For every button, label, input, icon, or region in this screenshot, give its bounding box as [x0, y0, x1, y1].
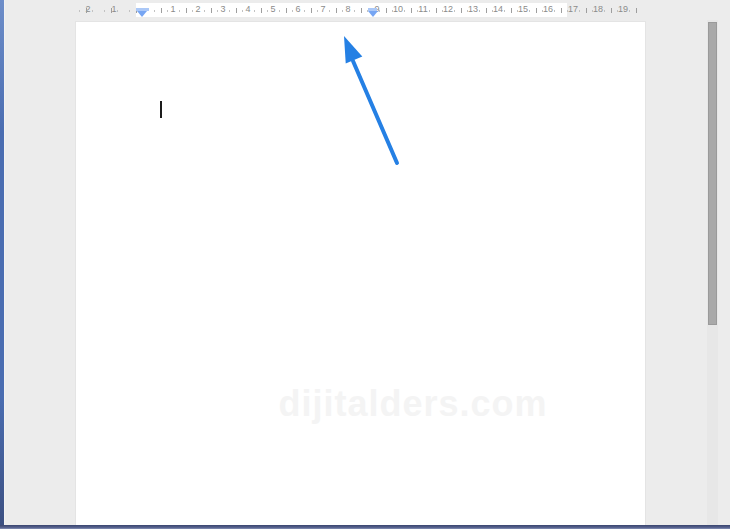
ruler-tick	[236, 8, 237, 13]
ruler-dot	[454, 10, 455, 12]
ruler-dot	[417, 10, 418, 12]
ruler-tick	[361, 8, 362, 13]
ruler-dot	[442, 10, 443, 12]
document-page[interactable]: dijitalders.com	[75, 21, 646, 525]
ruler-dot	[567, 10, 568, 12]
ruler-dot	[79, 10, 80, 12]
ruler-number: 6	[291, 4, 305, 14]
ruler-tick	[261, 8, 262, 13]
ruler-dot	[629, 10, 630, 12]
ruler-tick	[611, 8, 612, 13]
ruler-dot	[254, 10, 255, 12]
ruler-number: 17	[566, 4, 580, 14]
ruler-dot	[404, 10, 405, 12]
window-left-edge	[0, 0, 5, 529]
ruler-tick	[186, 8, 187, 13]
ruler-dot	[129, 10, 130, 12]
ruler-number: 18	[591, 4, 605, 14]
ruler-tick	[486, 8, 487, 13]
ruler-dot	[492, 10, 493, 12]
vertical-scrollbar-thumb[interactable]	[708, 22, 717, 325]
ruler-dot	[167, 10, 168, 12]
text-cursor-caret	[160, 101, 162, 118]
left-indent-marker[interactable]	[137, 11, 147, 17]
ruler-number: 19	[616, 4, 630, 14]
ruler-dot	[104, 10, 105, 12]
ruler-dot	[604, 10, 605, 12]
ruler-number: 13	[466, 4, 480, 14]
ruler-number: 7	[316, 4, 330, 14]
ruler-tick	[536, 8, 537, 13]
ruler-dot	[229, 10, 230, 12]
watermark-text: dijitalders.com	[278, 383, 547, 425]
ruler-dot	[292, 10, 293, 12]
ruler-dot	[117, 10, 118, 12]
ruler-tick	[636, 8, 637, 13]
ruler-tick	[386, 8, 387, 13]
ruler-tick	[436, 8, 437, 13]
ruler-tick	[161, 8, 162, 13]
ruler-tick	[311, 8, 312, 13]
ruler[interactable]: 2112345678910111213141516171819	[0, 0, 730, 20]
ruler-dot	[304, 10, 305, 12]
ruler-dot	[342, 10, 343, 12]
ruler-dot	[92, 10, 93, 12]
ruler-dot	[204, 10, 205, 12]
ruler-tick	[461, 8, 462, 13]
window-bottom-edge	[0, 525, 730, 529]
ruler-dot	[154, 10, 155, 12]
ruler-number: 10	[391, 4, 405, 14]
ruler-number: 1	[166, 4, 180, 14]
ruler-dot	[429, 10, 430, 12]
ruler-tick	[111, 8, 112, 13]
ruler-tick	[86, 8, 87, 13]
ruler-number: 3	[216, 4, 230, 14]
ruler-dot	[579, 10, 580, 12]
ruler-dot	[179, 10, 180, 12]
ruler-dot	[379, 10, 380, 12]
ruler-dot	[354, 10, 355, 12]
ruler-dot	[592, 10, 593, 12]
ruler-number: 11	[416, 4, 430, 14]
ruler-number: 15	[516, 4, 530, 14]
ruler-number: 14	[491, 4, 505, 14]
ruler-tick	[561, 8, 562, 13]
secondary-ruler-marker[interactable]	[368, 11, 378, 17]
ruler-number: 1	[107, 4, 121, 14]
ruler-dot	[542, 10, 543, 12]
ruler-dot	[617, 10, 618, 12]
ruler-dot	[329, 10, 330, 12]
ruler-dot	[504, 10, 505, 12]
ruler-number: 12	[441, 4, 455, 14]
ruler-tick	[336, 8, 337, 13]
ruler-dot	[317, 10, 318, 12]
ruler-dot	[554, 10, 555, 12]
ruler-number: 4	[241, 4, 255, 14]
ruler-dot	[479, 10, 480, 12]
ruler-tick	[411, 8, 412, 13]
ruler-tick	[286, 8, 287, 13]
ruler-dot	[529, 10, 530, 12]
ruler-dot	[217, 10, 218, 12]
ruler-dot	[517, 10, 518, 12]
ruler-number: 5	[266, 4, 280, 14]
ruler-dot	[242, 10, 243, 12]
ruler-number: 2	[191, 4, 205, 14]
ruler-number: 16	[541, 4, 555, 14]
ruler-number: 2	[81, 4, 95, 14]
ruler-tick	[211, 8, 212, 13]
ruler-dot	[192, 10, 193, 12]
ruler-number: 8	[341, 4, 355, 14]
ruler-tick	[586, 8, 587, 13]
ruler-dot	[279, 10, 280, 12]
ruler-dot	[267, 10, 268, 12]
app-window: dijitalders.com 211234567891011121314151…	[0, 0, 730, 529]
ruler-dot	[392, 10, 393, 12]
ruler-tick	[511, 8, 512, 13]
ruler-dot	[467, 10, 468, 12]
